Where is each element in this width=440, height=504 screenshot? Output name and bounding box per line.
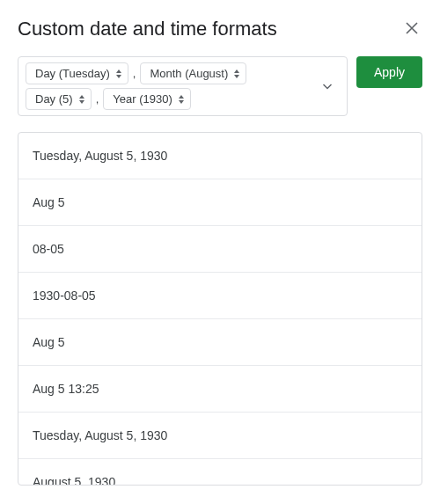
dialog-header: Custom date and time formats [18, 18, 422, 40]
sort-caret-icon [78, 95, 85, 104]
preset-item[interactable]: Tuesday, August 5, 1930 [18, 413, 422, 459]
close-button[interactable] [401, 18, 422, 40]
controls-row: Day (Tuesday),Month (August)Day (5),Year… [18, 56, 422, 116]
format-separator: , [95, 92, 100, 106]
format-tokens: Day (Tuesday),Month (August)Day (5),Year… [26, 62, 312, 110]
close-icon [406, 22, 418, 37]
format-input[interactable]: Day (Tuesday),Month (August)Day (5),Year… [18, 56, 348, 116]
format-token-label: Year (1930) [113, 92, 172, 106]
preset-item[interactable]: August 5, 1930 [18, 459, 422, 485]
preset-item[interactable]: Tuesday, August 5, 1930 [18, 133, 422, 179]
preset-scroll[interactable]: Tuesday, August 5, 1930Aug 508-051930-08… [18, 133, 422, 485]
format-separator: , [132, 67, 137, 80]
format-token-label: Day (Tuesday) [35, 67, 110, 80]
sort-caret-icon [115, 69, 122, 78]
preset-item[interactable]: 08-05 [18, 226, 422, 273]
expand-format-button[interactable] [315, 62, 340, 110]
sort-caret-icon [178, 95, 185, 104]
format-token[interactable]: Year (1930) [103, 88, 190, 110]
preset-item[interactable]: 1930-08-05 [18, 273, 422, 319]
format-token[interactable]: Month (August) [140, 62, 246, 84]
format-token[interactable]: Day (5) [26, 88, 92, 110]
preset-item[interactable]: Aug 5 [18, 179, 422, 226]
format-token[interactable]: Day (Tuesday) [26, 62, 128, 84]
format-token-label: Day (5) [35, 92, 73, 106]
preset-item[interactable]: Aug 5 [18, 319, 422, 366]
preset-list: Tuesday, August 5, 1930Aug 508-051930-08… [18, 132, 422, 486]
chevron-down-icon [322, 80, 333, 93]
preset-item[interactable]: Aug 5 13:25 [18, 366, 422, 413]
format-token-label: Month (August) [150, 67, 228, 80]
apply-button[interactable]: Apply [356, 56, 422, 88]
dialog-title: Custom date and time formats [18, 18, 277, 40]
custom-date-time-dialog: Custom date and time formats Day (Tuesda… [0, 0, 440, 503]
sort-caret-icon [233, 69, 240, 78]
